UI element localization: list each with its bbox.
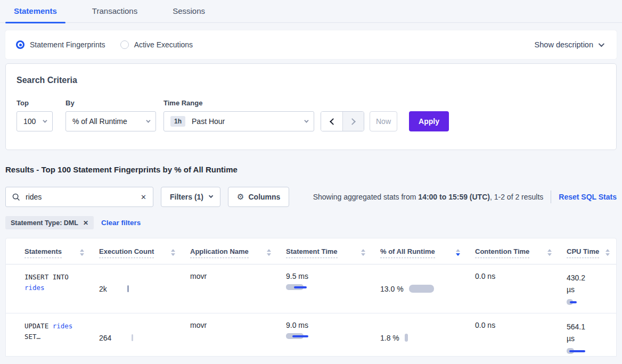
radio-statement-fingerprints[interactable]: Statement Fingerprints [16, 40, 105, 49]
stats-time-range: 14:00 to 15:59 (UTC) [418, 193, 490, 201]
statement-time-cell: 9.0 ms [286, 313, 380, 357]
by-select[interactable]: % of All Runtime [66, 111, 156, 131]
radio-selected-icon[interactable] [16, 40, 24, 49]
filters-button-label: Filters (1) [170, 193, 203, 201]
table-row[interactable]: UPDATE rides SET… 264 movr 9.0 ms 1.8 % … [6, 313, 616, 357]
cpu-time-bar [567, 348, 605, 354]
sort-icon[interactable] [547, 247, 552, 256]
top-select[interactable]: 100 [17, 111, 53, 131]
pct-runtime-bar [405, 334, 408, 342]
filters-button[interactable]: Filters (1) [161, 187, 220, 207]
cpu-time-cell: 564.1 µs [567, 313, 616, 357]
statements-table-card: Statements Execution Count Application N… [5, 238, 617, 357]
table-row[interactable]: INSERT INTO rides 2k movr 9.5 ms 13.0 % … [6, 264, 616, 313]
now-button[interactable]: Now [370, 111, 397, 131]
col-header-execution-count[interactable]: Execution Count [99, 238, 190, 264]
filter-chip-label: Statement Type: DML [11, 219, 78, 227]
columns-button[interactable]: ⚙ Columns [228, 187, 289, 207]
sort-icon[interactable] [80, 247, 84, 256]
apply-button[interactable]: Apply [409, 111, 449, 131]
sort-icon-active-desc[interactable] [456, 247, 460, 256]
time-range-badge: 1h [170, 116, 185, 127]
cpu-time-cell: 430.2 µs [567, 264, 616, 313]
col-header-application-name[interactable]: Application Name [190, 238, 286, 264]
statement-link[interactable]: rides [24, 284, 45, 292]
time-range-value: Past Hour [192, 117, 225, 126]
sort-icon[interactable] [361, 247, 365, 256]
top-select-value: 100 [23, 117, 36, 126]
results-search-input[interactable] [26, 193, 141, 201]
filter-chip-statement-type[interactable]: Statement Type: DML ✕ [5, 216, 94, 229]
gear-icon: ⚙ [237, 192, 244, 202]
application-name-cell: movr [190, 264, 286, 313]
chevron-down-icon [304, 118, 308, 122]
results-search-box: ✕ [5, 187, 153, 207]
by-label: By [66, 99, 163, 107]
chevron-right-icon [349, 118, 356, 125]
statement-cell: INSERT INTO rides [24, 264, 99, 313]
results-heading: Results - Top 100 Statement Fingerprints… [5, 165, 617, 174]
radio-active-executions[interactable]: Active Executions [120, 40, 193, 49]
radio-statement-fingerprints-label: Statement Fingerprints [30, 40, 105, 49]
statement-cell: UPDATE rides SET… [24, 313, 99, 357]
chevron-down-icon [209, 194, 213, 198]
time-nav-group [321, 111, 364, 131]
search-criteria-title: Search Criteria [17, 76, 607, 85]
remove-filter-icon[interactable]: ✕ [83, 219, 88, 227]
statement-time-bar [286, 333, 370, 340]
time-range-select[interactable]: 1h Past Hour [163, 111, 314, 131]
col-header-contention-time[interactable]: Contention Time [475, 238, 567, 264]
tab-transactions[interactable]: Transactions [84, 0, 146, 22]
contention-time-cell: 0.0 ns [475, 313, 567, 357]
sort-icon[interactable] [605, 247, 610, 256]
view-toggle-bar: Statement Fingerprints Active Executions… [5, 30, 617, 59]
pct-runtime-cell: 13.0 % [380, 264, 475, 313]
reset-sql-stats-link[interactable]: Reset SQL Stats [559, 193, 617, 201]
pct-runtime-cell: 1.8 % [380, 313, 475, 357]
col-header-cpu-time[interactable]: CPU Time [567, 238, 616, 264]
tab-sessions[interactable]: Sessions [164, 0, 214, 22]
statement-time-bar [286, 284, 370, 291]
by-field: By % of All Runtime [66, 99, 163, 131]
show-description-toggle[interactable]: Show description [535, 40, 603, 49]
chevron-down-icon [43, 118, 47, 122]
columns-button-label: Columns [248, 193, 280, 201]
next-time-button[interactable] [342, 112, 364, 131]
tab-bar: Statements Transactions Sessions [0, 0, 622, 23]
search-criteria-card: Search Criteria Top 100 By % of All Runt… [5, 63, 617, 150]
execution-count-bar [127, 285, 129, 292]
pct-runtime-bar [409, 285, 434, 293]
prev-time-button[interactable] [321, 112, 342, 131]
time-range-field: Time Range 1h Past Hour [163, 99, 321, 131]
top-label: Top [17, 99, 66, 107]
clear-search-icon[interactable]: ✕ [141, 193, 146, 201]
execution-count-cell: 2k [99, 264, 190, 313]
col-header-pct-runtime[interactable]: % of All Runtime [380, 238, 475, 264]
chevron-down-icon [599, 41, 604, 47]
show-description-label: Show description [535, 40, 593, 49]
search-icon [12, 193, 20, 201]
tab-statements[interactable]: Statements [5, 0, 66, 22]
chevron-down-icon [146, 118, 150, 122]
radio-unselected-icon[interactable] [120, 40, 129, 49]
clear-filters-link[interactable]: Clear filters [101, 219, 141, 227]
divider [551, 191, 551, 203]
col-header-statements[interactable]: Statements [24, 238, 99, 264]
sort-icon[interactable] [171, 247, 175, 256]
time-range-label: Time Range [163, 99, 321, 107]
col-header-statement-time[interactable]: Statement Time [286, 238, 380, 264]
results-controls: ✕ Filters (1) ⚙ Columns Showing aggregat… [5, 187, 617, 207]
active-filters-row: Statement Type: DML ✕ Clear filters [5, 216, 617, 229]
by-select-value: % of All Runtime [72, 117, 127, 126]
execution-count-cell: 264 [99, 313, 190, 357]
radio-active-executions-label: Active Executions [134, 40, 193, 49]
application-name-cell: movr [190, 313, 286, 357]
sort-icon[interactable] [267, 247, 271, 256]
aggregated-stats-text: Showing aggregated stats from 14:00 to 1… [313, 193, 544, 201]
statement-time-cell: 9.5 ms [286, 264, 380, 313]
cpu-time-bar [567, 299, 605, 305]
table-header-row: Statements Execution Count Application N… [6, 238, 616, 264]
chevron-left-icon [330, 118, 337, 125]
top-field: Top 100 [17, 99, 66, 131]
statement-link[interactable]: rides [53, 322, 73, 330]
